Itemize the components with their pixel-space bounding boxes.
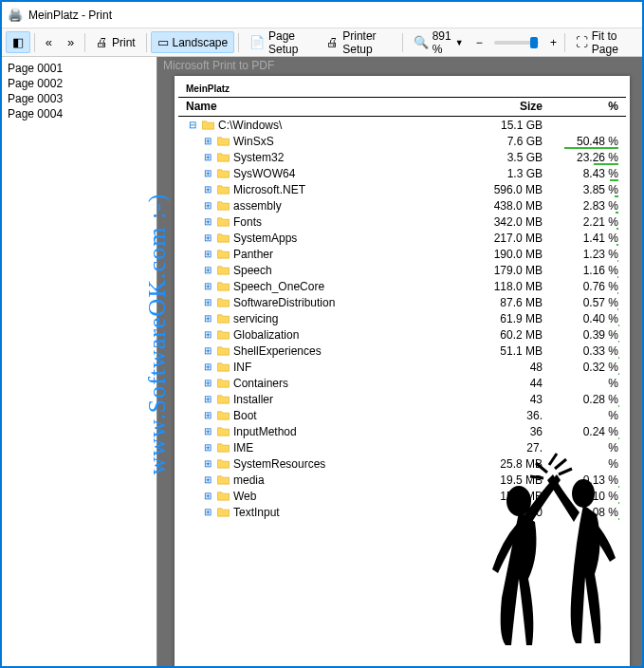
expand-icon[interactable]: ⊞ [201, 458, 214, 469]
expand-icon[interactable]: ⊞ [201, 507, 214, 517]
landscape-icon: ▭ [157, 35, 169, 49]
row-percent: 0.32 % [543, 361, 618, 374]
row-name: SystemApps [233, 232, 457, 245]
row-size: 27. [457, 441, 543, 455]
expand-icon[interactable]: ⊞ [201, 136, 214, 146]
row-size: 1.3 GB [457, 167, 543, 180]
row-name: SoftwareDistribution [233, 296, 457, 309]
fit-label: Fit to Page [592, 29, 632, 56]
expand-icon[interactable]: ⊞ [201, 313, 214, 324]
table-row: ⊞Globalization60.2 MB0.39 % [178, 326, 626, 343]
row-size: 61.9 MB [457, 312, 543, 325]
folder-icon [217, 232, 230, 244]
preview-page: MeinPlatz Name Size % ⊟C:\Windows\15.1 G… [175, 76, 630, 666]
printer-hint: Microsoft Print to PDF [157, 57, 280, 74]
page-setup-button[interactable]: 📄 Page Setup [243, 26, 318, 60]
row-name: SysWOW64 [233, 167, 457, 180]
expand-icon[interactable]: ⊞ [201, 168, 214, 178]
row-name: media [233, 473, 457, 487]
page-link[interactable]: Page 0001 [8, 61, 151, 76]
page-link[interactable]: Page 0004 [8, 106, 151, 121]
first-page-button[interactable]: « [39, 31, 59, 53]
row-name: Boot [233, 409, 457, 422]
folder-icon [217, 410, 230, 421]
landscape-label: Landscape [173, 36, 229, 49]
expand-icon[interactable]: ⊞ [201, 265, 214, 275]
page-list-sidebar: Page 0001 Page 0002 Page 0003 Page 0004 [2, 57, 157, 666]
row-size: 3.5 GB [457, 151, 543, 164]
expand-icon[interactable]: ⊞ [201, 491, 214, 501]
preview-area: Microsoft Print to PDF MeinPlatz Name Si… [157, 57, 642, 666]
printer-setup-button[interactable]: 🖨 Printer Setup [320, 26, 398, 60]
print-button[interactable]: 🖨 Print [89, 31, 142, 53]
row-percent: 8.43 % [543, 167, 618, 180]
toolbar: ◧ « » 🖨 Print ▭ Landscape 📄 Page Setup 🖨… [2, 28, 642, 57]
row-size: 43 [457, 393, 543, 406]
row-percent: 0.40 % [543, 312, 618, 325]
row-percent: 23.26 % [543, 151, 618, 164]
expand-icon[interactable]: ⊞ [201, 410, 214, 420]
zoom-value: 891 % [432, 29, 451, 56]
expand-icon[interactable]: ⊞ [201, 200, 214, 211]
expand-icon[interactable]: ⊞ [201, 329, 214, 340]
expand-icon[interactable]: ⊞ [201, 297, 214, 307]
row-size: 15.0 MB [457, 490, 543, 503]
printer-setup-icon: 🖨 [326, 35, 339, 49]
row-percent: 0.24 % [543, 425, 618, 438]
expand-icon[interactable]: ⊞ [201, 442, 214, 453]
expand-icon[interactable]: ⊞ [201, 378, 214, 388]
table-row: ⊞Microsoft.NET596.0 MB3.85 % [178, 181, 626, 197]
expand-icon[interactable]: ⊞ [201, 281, 214, 291]
table-row: ⊟C:\Windows\15.1 GB [178, 117, 626, 133]
zoom-dropdown[interactable]: 🔍 891 % ▼ [407, 26, 470, 60]
expand-icon[interactable]: ⊞ [201, 216, 214, 227]
folder-icon [217, 394, 230, 405]
folder-icon [217, 249, 230, 260]
folder-icon [217, 136, 230, 147]
folder-icon [217, 442, 230, 454]
print-preview-window: 🖨️ MeinPlatz - Print ◧ « » 🖨 Print ▭ Lan… [0, 0, 644, 668]
table-row: ⊞WinSxS7.6 GB50.48 % [178, 133, 626, 149]
row-name: TextInput [233, 506, 457, 519]
zoom-icon: 🔍 [414, 35, 429, 49]
zoom-slider[interactable] [494, 41, 539, 45]
row-size: 217.0 MB [457, 232, 543, 245]
table-row: ⊞Boot36.% [178, 407, 626, 423]
expand-icon[interactable]: ⊞ [201, 345, 214, 356]
table-row: ⊞System323.5 GB23.26 % [178, 149, 626, 165]
row-name: C:\Windows\ [218, 119, 457, 132]
folder-icon [217, 329, 230, 341]
zoom-plus[interactable]: + [546, 36, 561, 49]
row-size: 15.1 GB [457, 119, 543, 132]
table-row: ⊞SysWOW641.3 GB8.43 % [178, 165, 626, 181]
last-page-button[interactable]: » [61, 31, 81, 53]
row-percent: % [543, 409, 618, 422]
zoom-slider-thumb[interactable] [530, 37, 538, 48]
expand-icon[interactable]: ⊞ [201, 426, 214, 436]
page-heading: MeinPlatz [178, 84, 626, 98]
page-link[interactable]: Page 0003 [8, 91, 151, 106]
separator [402, 33, 403, 52]
row-percent: 0.13 % [543, 473, 618, 487]
row-percent: 1.23 % [543, 248, 618, 261]
expand-icon[interactable]: ⊞ [201, 152, 214, 162]
page-link[interactable]: Page 0002 [8, 76, 151, 91]
expand-icon[interactable]: ⊞ [201, 249, 214, 259]
toggle-sidebar-button[interactable]: ◧ [6, 31, 30, 53]
folder-icon [217, 345, 230, 357]
chevron-double-right-icon: » [67, 35, 74, 49]
expand-icon[interactable]: ⊞ [201, 184, 214, 195]
separator [238, 33, 239, 52]
expand-icon[interactable]: ⊞ [201, 362, 214, 372]
expand-icon[interactable]: ⊟ [186, 120, 199, 130]
zoom-minus[interactable]: − [472, 36, 487, 49]
row-name: InputMethod [233, 425, 457, 438]
row-size: 19.5 MB [457, 473, 543, 487]
expand-icon[interactable]: ⊞ [201, 474, 214, 485]
expand-icon[interactable]: ⊞ [201, 232, 214, 243]
header-name: Name [186, 100, 457, 113]
expand-icon[interactable]: ⊞ [201, 394, 214, 404]
fit-to-page-button[interactable]: ⛶ Fit to Page [569, 26, 638, 60]
table-row: ⊞assembly438.0 MB2.83 % [178, 197, 626, 213]
landscape-button[interactable]: ▭ Landscape [151, 31, 235, 53]
